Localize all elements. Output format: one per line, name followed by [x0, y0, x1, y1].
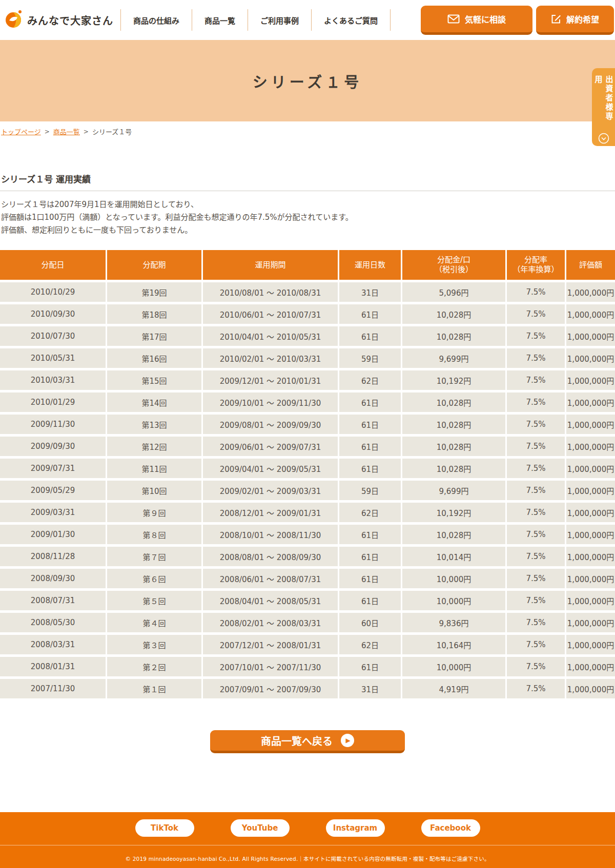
cell-distribution-per-unit: 4,919円	[402, 679, 505, 698]
cell-distribution-period: 第１回	[107, 679, 201, 698]
cell-distribution-rate: 7.5%	[507, 304, 565, 324]
cell-distribution-date: 2009/03/31	[0, 503, 106, 522]
table-row: 2010/10/29 第19回 2010/08/01 ～ 2010/08/31 …	[0, 282, 615, 302]
cell-operation-period: 2010/06/01 ～ 2010/07/31	[203, 304, 338, 324]
cell-valuation: 1,000,000円	[566, 348, 615, 368]
cell-distribution-period: 第13回	[107, 415, 201, 434]
cell-distribution-period: 第８回	[107, 525, 201, 544]
cell-distribution-per-unit: 10,028円	[402, 304, 505, 324]
cell-valuation: 1,000,000円	[566, 481, 615, 500]
cell-distribution-date: 2010/07/30	[0, 326, 106, 346]
cell-distribution-per-unit: 10,028円	[402, 326, 505, 346]
cell-distribution-date: 2009/09/30	[0, 437, 106, 456]
cell-distribution-period: 第11回	[107, 459, 201, 478]
cancel-request-button[interactable]: 解約希望	[536, 6, 614, 35]
brand-logo-icon	[4, 9, 24, 31]
social-link-tiktok[interactable]: TikTok	[135, 819, 194, 837]
cell-valuation: 1,000,000円	[566, 613, 615, 632]
cell-operation-period: 2007/09/01 ～ 2007/09/30	[203, 679, 338, 698]
cell-distribution-date: 2008/01/31	[0, 657, 106, 676]
table-row: 2008/09/30 第６回 2008/06/01 ～ 2008/07/31 6…	[0, 569, 615, 588]
nav-item-use-cases[interactable]: ご利用事例	[248, 9, 311, 31]
table-row: 2008/01/31 第２回 2007/10/01 ～ 2007/11/30 6…	[0, 657, 615, 676]
table-row: 2009/11/30 第13回 2009/08/01 ～ 2009/09/30 …	[0, 415, 615, 434]
cell-distribution-period: 第17回	[107, 326, 201, 346]
cell-distribution-rate: 7.5%	[507, 547, 565, 566]
column-header-distribution-period: 分配期	[107, 250, 201, 280]
breadcrumb-product-list-link[interactable]: 商品一覧	[53, 127, 80, 136]
intro-paragraph: シリーズ１号は2007年9月1日を運用開始日としており、 評価額は1口100万円…	[1, 198, 615, 237]
cell-distribution-date: 2010/09/30	[0, 304, 106, 324]
investor-tab-label: 出資者様専用	[593, 75, 614, 129]
cell-valuation: 1,000,000円	[566, 635, 615, 654]
table-row: 2007/11/30 第１回 2007/09/01 ～ 2007/09/30 3…	[0, 679, 615, 698]
table-row: 2010/05/31 第16回 2010/02/01 ～ 2010/03/31 …	[0, 348, 615, 368]
cell-distribution-rate: 7.5%	[507, 459, 565, 478]
hero-banner: シリーズ１号	[0, 40, 615, 121]
cell-operation-period: 2008/10/01 ～ 2008/11/30	[203, 525, 338, 544]
back-to-product-list-button[interactable]: 商品一覧へ戻る ▶	[210, 730, 405, 753]
table-header-row: 分配日 分配期 運用期間 運用日数 分配金/口 （税引後） 分配率 （年率換算）…	[0, 250, 615, 280]
brand-logo[interactable]: みんなで大家さん	[4, 9, 113, 31]
social-links: TikTok YouTube Instagram Facebook	[0, 812, 615, 837]
cell-distribution-date: 2010/01/29	[0, 392, 106, 412]
cell-operation-period: 2008/06/01 ～ 2008/07/31	[203, 569, 338, 588]
cell-distribution-date: 2008/03/31	[0, 635, 106, 654]
social-link-youtube[interactable]: YouTube	[231, 819, 290, 837]
cell-operation-days: 61日	[339, 525, 401, 544]
cell-operation-period: 2009/12/01 ～ 2010/01/31	[203, 370, 338, 390]
back-button-label: 商品一覧へ戻る	[261, 733, 333, 748]
cell-operation-period: 2009/02/01 ～ 2009/03/31	[203, 481, 338, 500]
cell-operation-period: 2009/08/01 ～ 2009/09/30	[203, 415, 338, 434]
breadcrumb-current: シリーズ１号	[92, 127, 132, 136]
cell-distribution-per-unit: 10,028円	[402, 392, 505, 412]
cell-distribution-rate: 7.5%	[507, 679, 565, 698]
cell-distribution-period: 第５回	[107, 591, 201, 610]
cell-distribution-per-unit: 9,699円	[402, 481, 505, 500]
nav-item-faq[interactable]: よくあるご質問	[311, 9, 390, 31]
cell-distribution-rate: 7.5%	[507, 481, 565, 500]
table-row: 2010/09/30 第18回 2010/06/01 ～ 2010/07/31 …	[0, 304, 615, 324]
cell-operation-days: 61日	[339, 415, 401, 434]
nav-item-product-structure[interactable]: 商品の仕組み	[120, 9, 192, 31]
investor-tab[interactable]: 出資者様専用	[592, 68, 615, 146]
cell-operation-days: 61日	[339, 591, 401, 610]
cell-operation-days: 61日	[339, 304, 401, 324]
cell-operation-period: 2009/06/01 ～ 2009/07/31	[203, 437, 338, 456]
cell-distribution-date: 2009/01/30	[0, 525, 106, 544]
top-bar: みんなで大家さん 商品の仕組み 商品一覧 ご利用事例 よくあるご質問 気軽に相談	[0, 0, 615, 40]
cell-valuation: 1,000,000円	[566, 326, 615, 346]
social-link-instagram[interactable]: Instagram	[326, 819, 385, 837]
cell-distribution-period: 第18回	[107, 304, 201, 324]
breadcrumb: トップページ > 商品一覧 > シリーズ１号	[0, 121, 615, 140]
breadcrumb-home-link[interactable]: トップページ	[1, 127, 41, 136]
table-row: 2009/09/30 第12回 2009/06/01 ～ 2009/07/31 …	[0, 437, 615, 456]
table-row: 2010/03/31 第15回 2009/12/01 ～ 2010/01/31 …	[0, 370, 615, 390]
cell-distribution-per-unit: 10,000円	[402, 591, 505, 610]
cell-distribution-date: 2008/09/30	[0, 569, 106, 588]
table-row: 2009/01/30 第８回 2008/10/01 ～ 2008/11/30 6…	[0, 525, 615, 544]
footer-divider	[0, 845, 615, 845]
cell-distribution-date: 2008/07/31	[0, 591, 106, 610]
cell-distribution-per-unit: 9,836円	[402, 613, 505, 632]
social-link-facebook[interactable]: Facebook	[421, 819, 480, 837]
column-header-operation-period: 運用期間	[203, 250, 338, 280]
cell-distribution-rate: 7.5%	[507, 635, 565, 654]
cell-valuation: 1,000,000円	[566, 569, 615, 588]
nav-item-product-list[interactable]: 商品一覧	[192, 9, 248, 31]
cell-distribution-per-unit: 5,096円	[402, 282, 505, 302]
cell-distribution-period: 第３回	[107, 635, 201, 654]
cell-valuation: 1,000,000円	[566, 437, 615, 456]
section-heading: シリーズ１号 運用実績	[1, 172, 615, 185]
performance-table: 分配日 分配期 運用期間 運用日数 分配金/口 （税引後） 分配率 （年率換算）…	[0, 250, 615, 698]
cell-distribution-per-unit: 10,014円	[402, 547, 505, 566]
breadcrumb-separator: >	[84, 128, 89, 135]
table-row: 2009/05/29 第10回 2009/02/01 ～ 2009/03/31 …	[0, 481, 615, 500]
edit-icon	[551, 14, 561, 24]
cell-distribution-rate: 7.5%	[507, 503, 565, 522]
consult-button[interactable]: 気軽に相談	[421, 6, 532, 35]
header-actions: 気軽に相談 解約希望	[421, 6, 615, 35]
cell-distribution-rate: 7.5%	[507, 525, 565, 544]
cell-operation-days: 61日	[339, 459, 401, 478]
cell-operation-days: 62日	[339, 635, 401, 654]
